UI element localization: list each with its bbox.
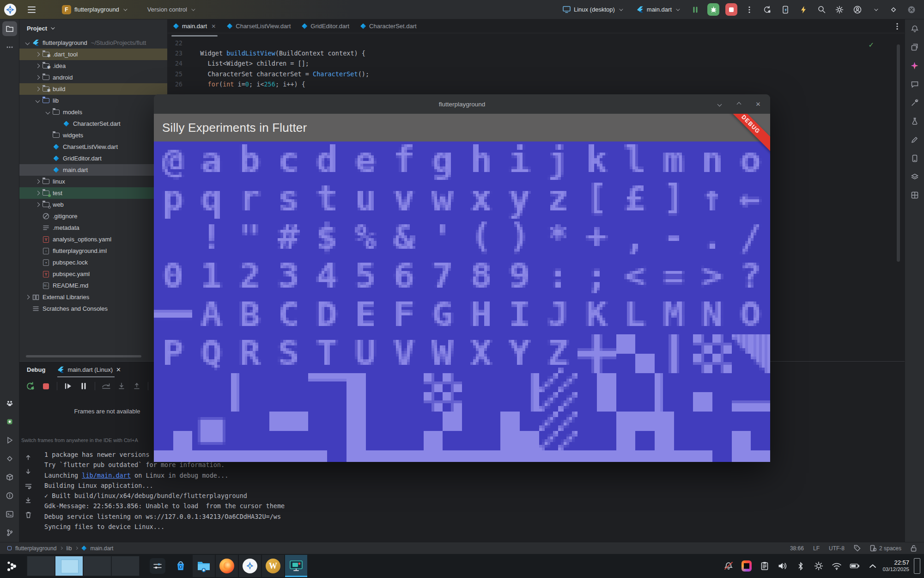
stripe-structure-diamond-icon[interactable] [2,451,17,466]
stop-icon[interactable] [725,4,737,16]
tray-jetbrains-toolbox-icon[interactable] [742,561,752,571]
scroll-up-button[interactable] [23,452,33,462]
expand-arrow-icon[interactable] [36,98,40,103]
breadcrumb-item[interactable]: flutterplayground [15,545,56,552]
tree-item-external-libraries[interactable]: External Libraries [19,291,167,303]
stripe-compose-pencil-icon[interactable] [907,132,922,147]
tree-item-analysis-options-yaml[interactable]: Yanalysis_options.yaml [19,234,167,245]
stripe-chat-bubble-icon[interactable] [907,77,922,92]
restart-debug-icon[interactable] [761,4,773,16]
tree-item-build[interactable]: ✱build [19,83,167,95]
rerun-debug-button[interactable] [25,381,36,392]
show-desktop-button[interactable] [914,558,920,574]
taskbar-firefox[interactable] [216,555,238,577]
bookmark-icon[interactable] [854,545,861,552]
editor-tab-grideditor-dart[interactable]: GridEditor.dart [296,19,355,33]
project-panel-header[interactable]: Project [19,19,167,37]
stop-button[interactable] [40,381,51,392]
clock[interactable]: 22:57 03/12/2025 [882,560,909,572]
tree-item-charsetlistview-dart[interactable]: CharsetListView.dart [19,141,167,153]
tray-notifications-muted-icon[interactable] [723,561,734,571]
tree-item-lib[interactable]: lib [19,95,167,106]
window-titlebar[interactable]: flutterplayground ✕ [154,94,770,114]
stripe-build-tools-icon[interactable] [907,95,922,110]
search-icon[interactable] [815,4,827,16]
tree-item-widgets[interactable]: widgets [19,129,167,141]
close-icon[interactable]: ✕ [116,366,121,373]
soft-wrap-button[interactable] [23,481,33,491]
taskbar-discover-store[interactable] [170,555,192,577]
tree-item-pubspec-yaml[interactable]: Ypubspec.yaml [19,268,167,280]
virtual-desktop-1[interactable] [27,556,55,576]
virtual-desktop-3[interactable] [83,556,111,576]
tree-item-main-dart[interactable]: main.dart [19,164,167,176]
settings-icon[interactable] [833,4,845,16]
stripe-device-phone-icon[interactable] [907,151,922,166]
tree-item-scratches-and-consoles[interactable]: Scratches and Consoles [19,303,167,314]
taskbar-settings-sliders[interactable] [146,555,169,577]
tray-battery-icon[interactable] [850,561,860,571]
stripe-problems-info-icon[interactable] [2,488,17,503]
device-flash-icon[interactable] [779,4,791,16]
indent[interactable]: 2 spaces [870,545,901,552]
run-config-selector[interactable]: main.dart [632,3,683,17]
android-studio-logo-icon[interactable] [4,3,17,16]
expand-arrow-icon[interactable] [25,41,30,45]
tray-clipboard-icon[interactable] [760,561,770,571]
encoding[interactable]: UTF-8 [829,545,845,552]
expand-arrow-icon[interactable] [36,191,40,196]
tree-item-characterset-dart[interactable]: CharacterSet.dart [19,118,167,129]
minimize-button[interactable] [716,100,723,108]
step-out-button[interactable] [131,381,142,392]
virtual-desktop-4[interactable] [111,556,140,576]
project-selector[interactable]: F flutterplayground [58,3,130,17]
stripe-project-folder-icon[interactable] [2,21,17,36]
expand-arrow-icon[interactable] [36,75,40,80]
tree-item-android[interactable]: android [19,72,167,83]
stripe-version-branch-icon[interactable] [2,525,17,540]
debug-icon[interactable] [707,4,719,16]
close-button[interactable]: ✕ [754,100,762,108]
caret-position[interactable]: 38:66 [790,545,804,552]
maximize-button[interactable] [735,100,742,108]
taskbar-dolphin-files[interactable] [193,555,215,577]
kebab-icon[interactable] [743,4,755,16]
inspection-ok-icon[interactable]: ✓ [868,41,874,49]
tray-bluetooth-icon[interactable] [796,561,806,571]
scroll-down-button[interactable] [23,467,33,477]
tree-item-test[interactable]: test [19,187,167,199]
chevron-down-icon[interactable] [869,4,881,16]
stripe-commit-stack-icon[interactable] [907,40,922,55]
lock-icon[interactable] [911,545,917,552]
tray-network-wifi-icon[interactable] [832,561,842,571]
tree-item-linux[interactable]: linux [19,176,167,187]
tray-expand-chevron-icon[interactable] [868,561,878,571]
expand-arrow-icon[interactable] [36,179,40,184]
expand-arrow-icon[interactable] [46,110,50,115]
stripe-run-outline-icon[interactable] [2,433,17,448]
tree-item--dart-tool[interactable]: ✱.dart_tool [19,49,167,60]
diamond-icon[interactable] [888,4,900,16]
debug-panel-title[interactable]: Debug [27,366,45,373]
clear-all-button[interactable] [23,510,33,520]
expand-arrow-icon[interactable] [36,203,40,207]
tree-item--gitignore[interactable]: .gitignore [19,210,167,222]
character-set-grid[interactable] [154,141,770,462]
editor-tab-main-dart[interactable]: main.dart✕ [168,19,221,33]
step-over-button[interactable] [101,381,112,392]
taskbar-android-studio[interactable] [239,555,261,577]
vcs-menu[interactable]: Version control [143,3,198,17]
profile-icon[interactable] [851,4,863,16]
flutter-app-window[interactable]: flutterplayground ✕ Silly Experiments in… [154,94,770,462]
editor-options-icon[interactable] [896,23,898,30]
expand-arrow-icon[interactable] [36,87,40,92]
editor-scrollbar[interactable] [897,44,900,262]
breadcrumb-item[interactable]: lib [66,545,72,552]
tray-brightness-icon[interactable] [814,561,824,571]
editor-tab-characterset-dart[interactable]: CharacterSet.dart [355,19,422,33]
virtual-desktop-2[interactable] [55,556,83,576]
main-menu-icon[interactable] [28,6,36,13]
target-device-selector[interactable]: Linux (desktop) [559,3,626,17]
stripe-device-green-icon[interactable] [2,414,17,429]
pause-icon[interactable] [689,4,701,16]
